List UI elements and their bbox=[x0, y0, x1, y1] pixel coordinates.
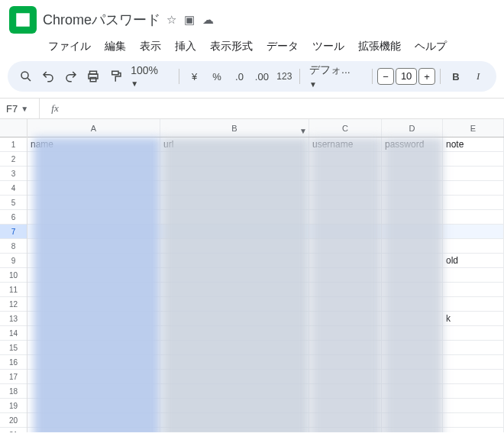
row-header[interactable]: 21 bbox=[0, 428, 27, 432]
cell[interactable] bbox=[27, 254, 160, 268]
cell[interactable]: name bbox=[27, 137, 160, 152]
cell[interactable] bbox=[309, 283, 382, 297]
menu-help[interactable]: ヘルプ bbox=[409, 37, 452, 57]
row-header[interactable]: 11 bbox=[0, 283, 27, 297]
cell[interactable] bbox=[160, 297, 309, 312]
cell[interactable] bbox=[160, 341, 309, 355]
cell[interactable]: password bbox=[382, 137, 443, 152]
cell[interactable] bbox=[309, 268, 382, 283]
row-header[interactable]: 10 bbox=[0, 268, 27, 283]
row-header[interactable]: 8 bbox=[0, 239, 27, 254]
row-header[interactable]: 19 bbox=[0, 399, 27, 413]
cell[interactable] bbox=[160, 355, 309, 370]
cell[interactable] bbox=[160, 268, 309, 283]
decrease-decimal-icon[interactable]: .0 bbox=[229, 66, 250, 87]
row-header[interactable]: 1 bbox=[0, 137, 27, 152]
cell[interactable] bbox=[160, 428, 309, 432]
bold-button[interactable]: B bbox=[445, 66, 466, 87]
cell[interactable] bbox=[27, 326, 160, 341]
cell[interactable] bbox=[382, 428, 443, 432]
row-header[interactable]: 17 bbox=[0, 370, 27, 384]
cell[interactable] bbox=[160, 152, 309, 167]
cell[interactable] bbox=[382, 312, 443, 326]
cell[interactable] bbox=[443, 167, 504, 181]
decrease-font-button[interactable]: − bbox=[377, 68, 394, 85]
font-size-input[interactable]: 10 bbox=[396, 68, 417, 85]
row-header[interactable]: 3 bbox=[0, 167, 27, 181]
zoom-dropdown[interactable]: 100% ▼ bbox=[128, 64, 174, 89]
cell[interactable] bbox=[309, 312, 382, 326]
cell[interactable] bbox=[309, 254, 382, 268]
cell[interactable] bbox=[382, 297, 443, 312]
col-header-D[interactable]: D bbox=[382, 119, 443, 137]
cell[interactable] bbox=[309, 225, 382, 239]
document-title[interactable]: Chromeパスワード bbox=[43, 11, 160, 29]
cell[interactable] bbox=[309, 326, 382, 341]
cell[interactable] bbox=[443, 370, 504, 384]
row-header[interactable]: 5 bbox=[0, 196, 27, 210]
cell[interactable] bbox=[160, 370, 309, 384]
col-header-C[interactable]: C bbox=[309, 119, 382, 137]
menu-format[interactable]: 表示形式 bbox=[205, 37, 258, 57]
cell[interactable] bbox=[27, 239, 160, 254]
col-header-E[interactable]: E bbox=[443, 119, 504, 137]
cell[interactable] bbox=[309, 355, 382, 370]
cell[interactable] bbox=[160, 283, 309, 297]
row-header[interactable]: 13 bbox=[0, 312, 27, 326]
cell[interactable] bbox=[27, 312, 160, 326]
menu-edit[interactable]: 編集 bbox=[99, 37, 131, 57]
cell[interactable] bbox=[27, 268, 160, 283]
cell[interactable] bbox=[309, 384, 382, 399]
cell[interactable] bbox=[27, 196, 160, 210]
paint-format-icon[interactable] bbox=[105, 66, 126, 87]
cell[interactable] bbox=[309, 196, 382, 210]
cell[interactable] bbox=[160, 399, 309, 413]
cell[interactable] bbox=[382, 384, 443, 399]
cell[interactable] bbox=[27, 181, 160, 196]
formula-input[interactable] bbox=[70, 99, 504, 118]
menu-insert[interactable]: 挿入 bbox=[170, 37, 202, 57]
cell[interactable] bbox=[160, 239, 309, 254]
cell[interactable] bbox=[382, 283, 443, 297]
cell[interactable] bbox=[309, 239, 382, 254]
cell[interactable] bbox=[27, 225, 160, 239]
cell[interactable] bbox=[382, 370, 443, 384]
cell[interactable] bbox=[443, 181, 504, 196]
cell[interactable] bbox=[382, 268, 443, 283]
cell[interactable] bbox=[309, 181, 382, 196]
cell[interactable] bbox=[309, 167, 382, 181]
cell[interactable] bbox=[382, 225, 443, 239]
cell[interactable] bbox=[160, 167, 309, 181]
cell[interactable] bbox=[27, 341, 160, 355]
cell[interactable] bbox=[443, 297, 504, 312]
cell[interactable]: url bbox=[160, 137, 309, 152]
cell[interactable] bbox=[309, 210, 382, 225]
menu-data[interactable]: データ bbox=[261, 37, 304, 57]
increase-font-button[interactable]: + bbox=[418, 68, 435, 85]
cell[interactable] bbox=[160, 326, 309, 341]
cell[interactable] bbox=[160, 210, 309, 225]
format-123-button[interactable]: 123 bbox=[274, 66, 295, 87]
font-dropdown[interactable]: デフォ... ▼ bbox=[305, 63, 367, 89]
cell[interactable]: username bbox=[309, 137, 382, 152]
menu-file[interactable]: ファイル bbox=[43, 37, 96, 57]
cell[interactable] bbox=[160, 196, 309, 210]
print-icon[interactable] bbox=[82, 66, 103, 87]
cell[interactable] bbox=[443, 341, 504, 355]
row-header[interactable]: 7 bbox=[0, 225, 27, 239]
sheets-logo[interactable] bbox=[9, 6, 37, 34]
cell[interactable] bbox=[443, 355, 504, 370]
cell[interactable] bbox=[27, 152, 160, 167]
cell[interactable] bbox=[160, 254, 309, 268]
row-header[interactable]: 2 bbox=[0, 152, 27, 167]
cell[interactable] bbox=[27, 167, 160, 181]
star-icon[interactable]: ☆ bbox=[166, 13, 176, 27]
italic-button[interactable]: I bbox=[468, 66, 489, 87]
row-header[interactable]: 20 bbox=[0, 413, 27, 428]
currency-button[interactable]: ¥ bbox=[184, 66, 205, 87]
cell[interactable] bbox=[382, 196, 443, 210]
search-icon[interactable] bbox=[15, 66, 36, 87]
cell[interactable] bbox=[443, 283, 504, 297]
cell[interactable] bbox=[443, 239, 504, 254]
cell[interactable] bbox=[27, 428, 160, 432]
